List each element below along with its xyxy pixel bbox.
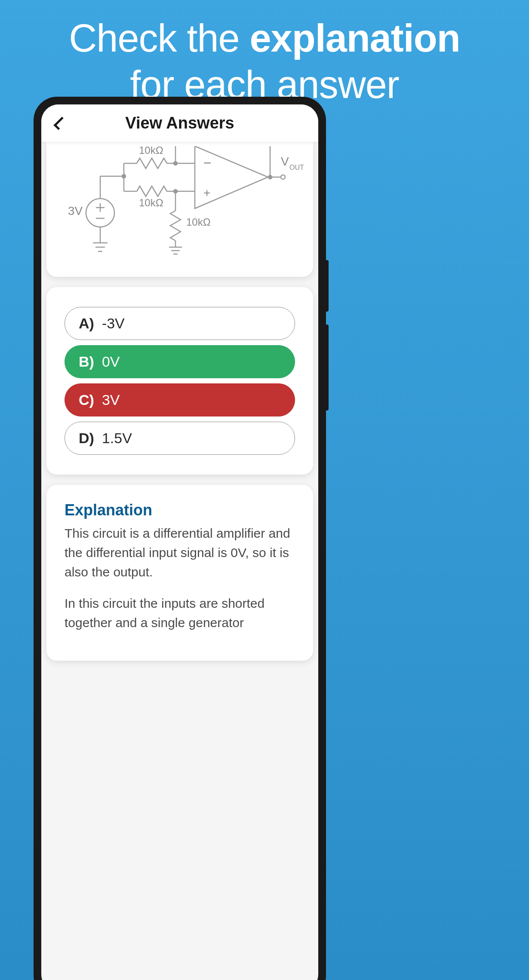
answer-letter: B) — [79, 353, 94, 370]
svg-point-0 — [86, 199, 114, 227]
answer-letter: A) — [79, 315, 94, 332]
answer-text: 3V — [102, 392, 120, 408]
answer-letter: C) — [79, 392, 94, 408]
svg-text:V: V — [281, 155, 289, 168]
answer-option-b[interactable]: B) 0V — [65, 345, 295, 378]
svg-text:3V: 3V — [68, 204, 83, 217]
promo-bold: explanation — [250, 17, 460, 60]
explanation-para: This circuit is a differential amplifier… — [65, 524, 295, 582]
svg-text:OUT: OUT — [289, 164, 304, 171]
answer-option-a[interactable]: A) -3V — [65, 307, 295, 340]
answer-option-c[interactable]: C) 3V — [65, 383, 295, 416]
phone-button-icon — [325, 325, 329, 410]
explanation-para: In this circuit the inputs are shorted t… — [65, 594, 295, 632]
explanation-title: Explanation — [65, 501, 295, 519]
promo-heading: Check the explanation for each answer — [0, 0, 529, 108]
svg-text:10kΩ: 10kΩ — [139, 197, 163, 208]
answer-option-d[interactable]: D) 1.5V — [65, 422, 295, 455]
content-area: 3V — [41, 142, 318, 980]
svg-text:−: − — [203, 155, 212, 171]
explanation-body: This circuit is a differential amplifier… — [65, 524, 295, 632]
svg-text:10kΩ: 10kΩ — [186, 216, 211, 228]
svg-text:+: + — [203, 186, 210, 199]
promo-text: Check the — [69, 17, 249, 60]
explanation-card: Explanation This circuit is a differenti… — [46, 485, 313, 661]
answer-text: -3V — [102, 315, 125, 332]
phone-screen: View Answers 3V — [41, 104, 318, 980]
phone-frame: View Answers 3V — [34, 97, 326, 980]
svg-text:10kΩ: 10kΩ — [139, 146, 163, 156]
answer-letter: D) — [79, 430, 94, 447]
phone-button-icon — [325, 260, 329, 312]
answer-text: 1.5V — [102, 430, 132, 447]
page-title: View Answers — [50, 114, 310, 132]
svg-point-31 — [281, 175, 285, 179]
circuit-diagram-card: 3V — [46, 142, 313, 277]
answer-text: 0V — [102, 353, 120, 370]
app-header: View Answers — [41, 104, 318, 142]
answers-card: A) -3V B) 0V C) 3V D) 1.5V — [46, 287, 313, 475]
circuit-diagram: 3V — [55, 146, 304, 262]
